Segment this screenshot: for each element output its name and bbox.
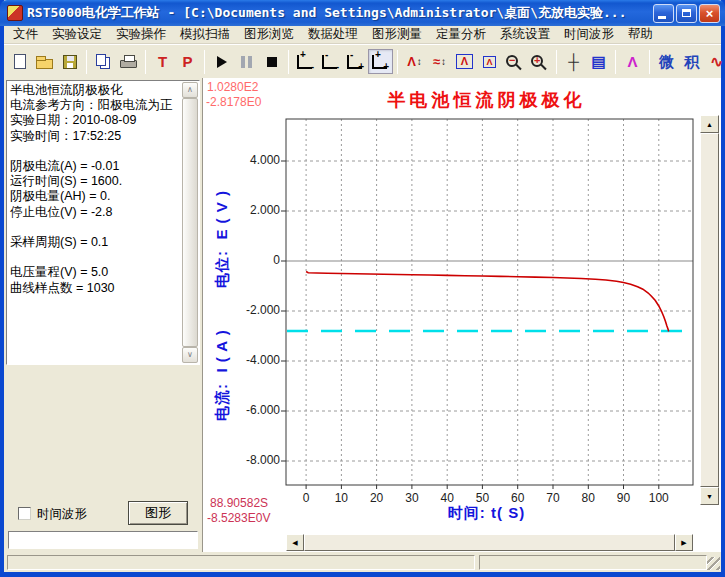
x-tick-label: 90 xyxy=(607,491,641,505)
menu-item-data-processing[interactable]: 数据处理 xyxy=(301,25,365,44)
scroll-right-icon[interactable]: ▶ xyxy=(675,534,693,551)
new-document-button[interactable] xyxy=(7,49,32,74)
info-scrollbar[interactable]: ∧ ∨ xyxy=(182,82,198,363)
menu-item-simulation-scan[interactable]: 模拟扫描 xyxy=(173,25,237,44)
status-pane-right xyxy=(479,555,707,570)
peak-analysis-button[interactable]: Λ xyxy=(620,49,645,74)
compress-vertical-button[interactable]: ≈↕ xyxy=(427,49,452,74)
y-axis-title: 电流: I ( A ) 电位: E ( V ) xyxy=(213,91,232,521)
x-tick-label: 20 xyxy=(360,491,394,505)
horizontal-scrollbar[interactable]: ◀ ▶ xyxy=(286,534,693,551)
smooth-curve-button[interactable]: ∿ xyxy=(704,49,725,74)
open-file-icon xyxy=(36,59,53,69)
cursor-value-readout: -8.5283E0V xyxy=(207,511,270,525)
expand-vertical-icon: Λ↕ xyxy=(407,56,422,68)
graph-button[interactable]: 图形 xyxy=(128,501,188,525)
print-icon xyxy=(120,60,137,68)
smooth-curve-icon: ∿ xyxy=(710,54,723,69)
scroll-up-icon[interactable]: ∧ xyxy=(182,82,198,98)
quadrant-minus-plus-icon: -+ xyxy=(347,55,362,69)
differential-button[interactable]: 微 xyxy=(654,49,679,74)
differential-icon: 微 xyxy=(659,54,674,69)
app-icon xyxy=(7,5,23,21)
text-marker-p-button[interactable]: P xyxy=(175,49,200,74)
scrollbar-thumb[interactable] xyxy=(182,98,198,347)
axis-cross-icon: ┼ xyxy=(568,54,579,69)
scrollbar-thumb[interactable] xyxy=(700,133,719,487)
scroll-down-icon[interactable]: ▼ xyxy=(700,487,719,505)
stop-experiment-button[interactable] xyxy=(259,49,284,74)
resize-grip[interactable] xyxy=(707,557,720,570)
print-button[interactable] xyxy=(116,49,141,74)
minimize-button[interactable] xyxy=(653,4,674,23)
save-button[interactable] xyxy=(57,49,82,74)
plot-area[interactable] xyxy=(203,78,722,552)
compress-horizontal-button[interactable]: Λ xyxy=(477,49,502,74)
menu-bar: 文件实验设定实验操作模拟扫描图形浏览数据处理图形测量定量分析系统设置时间波形帮助 xyxy=(4,26,721,44)
app-window: RST5000电化学工作站 - [C:\Documents and Settin… xyxy=(0,0,725,577)
command-textbox[interactable] xyxy=(8,531,198,549)
chart-panel: 1.0280E2 -2.8178E0 半电池恒流阴极极化 4.0002.0000… xyxy=(202,78,721,552)
menu-item-experiment-operation[interactable]: 实验操作 xyxy=(109,25,173,44)
pause-experiment-button[interactable] xyxy=(234,49,259,74)
open-file-button[interactable] xyxy=(32,49,57,74)
maximize-button[interactable] xyxy=(676,4,697,23)
x-tick-label: 10 xyxy=(324,491,358,505)
close-button[interactable]: × xyxy=(699,4,720,23)
y-tick-label: -6.000 xyxy=(234,403,280,417)
window-title: RST5000电化学工作站 - [C:\Documents and Settin… xyxy=(27,4,653,22)
vertical-scrollbar[interactable]: ▲ ▼ xyxy=(700,115,719,505)
menu-item-system-settings[interactable]: 系统设置 xyxy=(493,25,557,44)
expand-vertical-button[interactable]: Λ↕ xyxy=(402,49,427,74)
axis-cross-button[interactable]: ┼ xyxy=(561,49,586,74)
scroll-left-icon[interactable]: ◀ xyxy=(286,534,304,551)
menu-item-graph-measure[interactable]: 图形测量 xyxy=(365,25,429,44)
scroll-down-icon[interactable]: ∨ xyxy=(182,347,198,363)
x-tick-label: 0 xyxy=(289,491,323,505)
quadrant-plus-plus-button[interactable]: ++ xyxy=(368,49,393,74)
menu-item-experiment-settings[interactable]: 实验设定 xyxy=(45,25,109,44)
menu-item-file[interactable]: 文件 xyxy=(6,25,45,44)
menu-item-help[interactable]: 帮助 xyxy=(621,25,660,44)
cursor-time-readout: 88.90582S xyxy=(210,496,268,510)
time-waveform-checkbox[interactable] xyxy=(18,507,31,520)
experiment-info-panel: 半电池恒流阴极极化 电流参考方向：阳极电流为正 实验日期：2010-08-09 … xyxy=(4,78,202,552)
text-marker-t-button[interactable]: T xyxy=(150,49,175,74)
quadrant-plus-plus-icon: ++ xyxy=(372,55,387,69)
main-area: 半电池恒流阴极极化 电流参考方向：阳极电流为正 实验日期：2010-08-09 … xyxy=(4,78,721,552)
x-tick-label: 50 xyxy=(465,491,499,505)
scroll-up-icon[interactable]: ▲ xyxy=(700,115,719,133)
menu-item-quantitative-analysis[interactable]: 定量分析 xyxy=(429,25,493,44)
scrollbar-thumb[interactable] xyxy=(304,534,675,551)
peak-analysis-icon: Λ xyxy=(627,54,637,69)
time-waveform-label: 时间波形 xyxy=(37,506,87,523)
copy-button[interactable] xyxy=(91,49,116,74)
menu-item-time-waveform[interactable]: 时间波形 xyxy=(557,25,621,44)
expand-horizontal-button[interactable]: Λ xyxy=(452,49,477,74)
zoom-in-button[interactable]: + xyxy=(527,49,552,74)
y-tick-label: -2.000 xyxy=(234,303,280,317)
x-tick-label: 100 xyxy=(642,491,676,505)
quadrant-minus-plus-button[interactable]: -+ xyxy=(343,49,368,74)
toolbar: TP+----+++Λ↕≈↕ΛΛ−+┼▤Λ微积∿✎⇅ xyxy=(4,44,721,78)
y-tick-label: -4.000 xyxy=(234,353,280,367)
title-bar[interactable]: RST5000电化学工作站 - [C:\Documents and Settin… xyxy=(0,0,725,26)
run-experiment-button[interactable] xyxy=(209,49,234,74)
zoom-out-button[interactable]: − xyxy=(502,49,527,74)
compress-horizontal-icon: Λ xyxy=(483,56,496,68)
new-document-icon xyxy=(14,54,26,69)
integral-button[interactable]: 积 xyxy=(679,49,704,74)
zoom-in-icon: + xyxy=(531,55,543,67)
experiment-info-listbox[interactable]: 半电池恒流阴极极化 电流参考方向：阳极电流为正 实验日期：2010-08-09 … xyxy=(6,80,200,365)
x-tick-label: 70 xyxy=(536,491,570,505)
minimize-icon xyxy=(658,16,666,19)
menu-item-graph-browse[interactable]: 图形浏览 xyxy=(237,25,301,44)
data-table-button[interactable]: ▤ xyxy=(586,49,611,74)
quadrant-plus-minus-button[interactable]: +- xyxy=(293,49,318,74)
quadrant-minus-minus-button[interactable]: -- xyxy=(318,49,343,74)
data-table-icon: ▤ xyxy=(591,54,605,69)
run-experiment-icon xyxy=(217,56,227,68)
toolbar-separator xyxy=(649,50,650,74)
toolbar-separator xyxy=(615,50,616,74)
y-tick-label: 0 xyxy=(234,253,280,267)
